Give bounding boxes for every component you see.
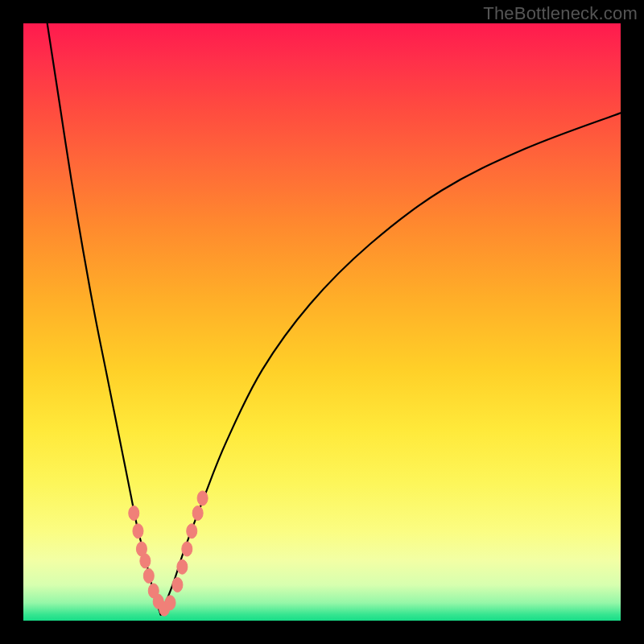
curve-right-branch (161, 113, 621, 614)
data-marker (165, 596, 175, 610)
chart-svg (23, 23, 621, 621)
data-marker (143, 568, 154, 583)
data-marker (187, 524, 197, 539)
curve-left-branch (47, 23, 161, 615)
marker-layer (129, 491, 208, 616)
plot-area (23, 23, 621, 621)
chart-frame: TheBottleneck.com (0, 0, 644, 644)
data-marker (172, 577, 183, 592)
data-marker (192, 506, 203, 520)
curve-layer (47, 23, 621, 615)
data-marker (133, 524, 143, 539)
data-marker (197, 491, 208, 506)
watermark-text: TheBottleneck.com (483, 3, 638, 24)
data-marker (177, 559, 188, 574)
data-marker (140, 554, 151, 568)
data-marker (182, 542, 192, 556)
data-marker (129, 506, 139, 520)
